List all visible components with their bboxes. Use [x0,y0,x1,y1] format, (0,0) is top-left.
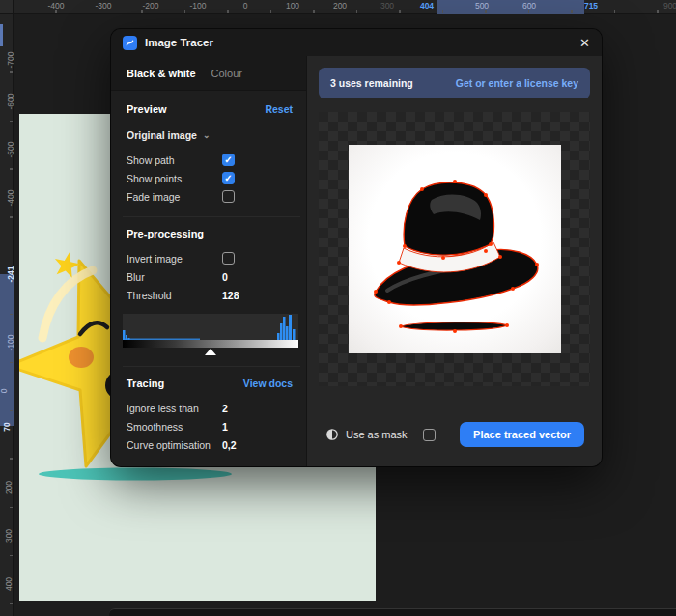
traced-image-preview[interactable] [349,145,561,353]
ruler-label: -200 [142,1,158,11]
invert-image-label: Invert image [127,253,183,265]
tab-colour[interactable]: Colour [211,68,242,79]
blur-label: Blur [127,271,145,283]
show-points-checkbox[interactable] [222,172,235,184]
threshold-gradient-slider[interactable] [123,340,298,348]
ruler-selection-start-label: -241 [6,266,15,282]
tab-black-and-white[interactable]: Black & white [127,68,196,79]
chevron-down-icon: ⌄ [203,130,211,140]
ruler-label: 300 [4,529,14,543]
ignore-less-than-label: Ignore less than [127,403,199,414]
ruler-label: -500 [6,141,15,157]
ruler-label: 300 [380,1,394,11]
ruler-label: -300 [95,1,111,11]
show-points-label: Show points [127,173,182,184]
uses-remaining-text: 3 uses remaining [330,77,413,89]
vertical-ruler: -700 -600 -500 -400 -241 -100 0 70 200 3… [0,14,14,616]
preview-panel: 3 uses remaining Get or enter a license … [307,56,602,466]
fade-image-checkbox[interactable] [222,190,235,203]
ruler-label: -700 [6,51,15,68]
ruler-selection-start-label: 404 [420,1,434,11]
ruler-selection-end-label: 70 [2,422,12,431]
ruler-selection-end-label: 715 [584,1,598,11]
license-key-link[interactable]: Get or enter a license key [456,77,578,89]
ruler-selection-marker [0,24,3,46]
ruler-label: 0 [0,389,9,394]
invert-image-checkbox[interactable] [222,252,235,265]
histogram-plot [123,314,298,340]
threshold-histogram[interactable] [123,314,298,355]
dialog-footer: Use as mask Place traced vector [325,422,584,447]
section-divider [123,366,300,367]
fade-image-label: Fade image [127,191,180,203]
ruler-label: -600 [6,93,15,109]
threshold-value[interactable]: 128 [222,290,239,301]
star-shadow-ellipse [39,468,232,481]
star-blush [69,347,94,368]
preview-section-title: Preview [127,103,167,115]
ignore-less-than-value[interactable]: 2 [222,403,228,414]
ruler-label: 600 [522,1,536,11]
mask-half-circle-icon [325,428,339,441]
ruler-label: -100 [189,1,206,11]
traced-hat-graphic [349,145,561,353]
blur-value[interactable]: 0 [222,271,228,283]
ruler-label: 200 [4,481,14,494]
transparency-checkerboard [319,112,590,386]
ruler-label: 200 [333,1,347,11]
curve-optimisation-label: Curve optimisation [127,439,211,451]
ruler-label: -400 [47,1,64,11]
ruler-label: -100 [6,334,15,350]
smoothness-value[interactable]: 1 [222,421,228,433]
image-tracer-dialog: Image Tracer ✕ Black & white Colour Prev… [111,29,602,466]
threshold-slider-handle[interactable] [205,349,216,355]
curve-optimisation-value[interactable]: 0,2 [222,439,237,451]
section-divider [123,216,300,217]
bottom-panel-edge [109,608,676,616]
license-banner: 3 uses remaining Get or enter a license … [319,68,590,98]
preprocessing-section-title: Pre-processing [127,228,204,239]
horizontal-ruler: -400 -300 -200 -100 0 100 200 300 404 50… [14,0,676,14]
use-as-mask-label: Use as mask [346,429,408,440]
place-traced-vector-button[interactable]: Place traced vector [460,422,584,447]
app-canvas: -400 -300 -200 -100 0 100 200 300 404 50… [0,0,676,616]
preview-mode-dropdown[interactable]: Original image ⌄ [127,129,296,141]
ruler-corner [0,0,14,14]
ruler-label: -400 [6,189,15,206]
show-path-checkbox[interactable] [222,154,235,166]
dialog-header[interactable]: Image Tracer ✕ [111,29,602,56]
ruler-label: 400 [4,577,14,591]
tab-bar: Black & white Colour [111,56,306,91]
tracing-section-title: Tracing [127,378,164,389]
ruler-label: 0 [243,1,248,11]
threshold-label: Threshold [127,290,172,301]
settings-panel: Black & white Colour Preview Reset Origi… [111,56,307,466]
reset-button[interactable]: Reset [265,103,293,115]
smoothness-label: Smoothness [127,421,183,433]
ruler-label: 100 [286,1,299,11]
dialog-title: Image Tracer [145,37,213,48]
view-docs-link[interactable]: View docs [243,378,293,389]
use-as-mask-checkbox[interactable] [423,429,436,441]
show-path-label: Show path [127,154,175,166]
ruler-label: 900 [663,1,676,11]
image-tracer-app-icon [123,36,137,50]
preview-mode-value: Original image [127,129,197,141]
close-icon[interactable]: ✕ [579,37,590,49]
ruler-label: 500 [475,1,489,11]
